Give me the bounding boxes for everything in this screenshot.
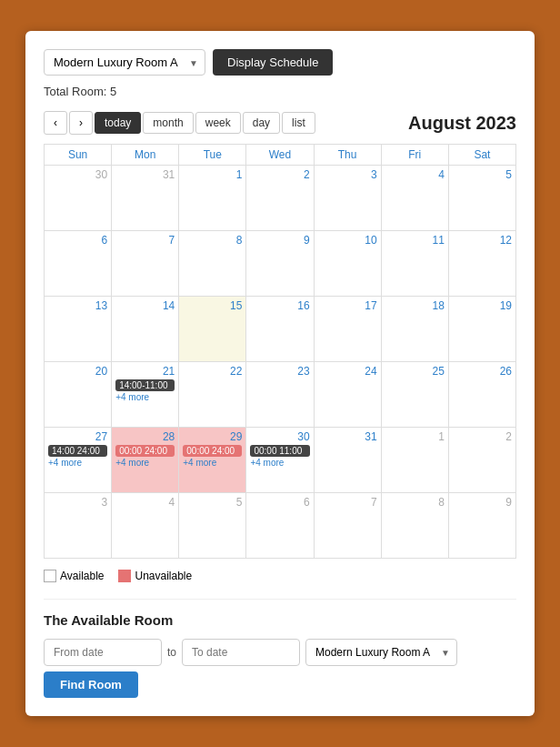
day-number: 6 xyxy=(250,496,309,509)
table-row[interactable]: 2714:00 24:00+4 more xyxy=(45,428,112,493)
col-thu: Thu xyxy=(314,145,381,166)
available-section-title: The Available Room xyxy=(44,612,516,628)
unavailable-label: Unavailable xyxy=(135,570,192,582)
table-row[interactable]: 17 xyxy=(314,297,381,362)
table-row[interactable]: 8 xyxy=(381,493,448,559)
event-tag[interactable]: 00:00 11:00 xyxy=(250,445,309,457)
day-number: 9 xyxy=(250,234,309,247)
table-row[interactable]: 2 xyxy=(448,428,515,493)
table-row[interactable]: 3 xyxy=(314,166,381,231)
table-row[interactable]: 3 xyxy=(45,493,112,559)
table-row[interactable]: 7 xyxy=(112,231,179,297)
table-row[interactable]: 20 xyxy=(45,362,112,428)
day-number: 5 xyxy=(183,496,242,509)
table-row[interactable]: 26 xyxy=(448,362,515,428)
table-row[interactable]: 7 xyxy=(314,493,381,559)
day-number: 18 xyxy=(385,299,445,312)
table-row[interactable]: 24 xyxy=(314,362,381,428)
tab-today[interactable]: today xyxy=(95,112,141,134)
col-sun: Sun xyxy=(45,145,112,166)
table-row[interactable]: 14 xyxy=(112,297,179,362)
table-row[interactable]: 11 xyxy=(381,231,448,297)
event-tag[interactable]: +4 more xyxy=(48,458,107,468)
day-number: 5 xyxy=(453,168,512,181)
find-room-button[interactable]: Find Room xyxy=(44,671,138,698)
day-number: 7 xyxy=(318,496,377,509)
event-tag[interactable]: 14:00 24:00 xyxy=(48,445,107,457)
table-row[interactable]: 2 xyxy=(246,166,314,231)
day-number: 24 xyxy=(318,365,377,378)
table-row[interactable]: 12 xyxy=(448,231,515,297)
event-tag[interactable]: +4 more xyxy=(250,458,309,468)
day-number: 15 xyxy=(183,299,242,312)
table-row[interactable]: 19 xyxy=(448,297,515,362)
day-number: 28 xyxy=(115,430,175,443)
cal-nav-left: ‹ › today month week day list xyxy=(44,111,315,135)
table-row[interactable]: 16 xyxy=(246,297,314,362)
table-row[interactable]: 4 xyxy=(112,493,179,559)
day-number: 20 xyxy=(48,365,107,378)
event-tag[interactable]: 00:00 24:00 xyxy=(115,445,175,457)
day-number: 17 xyxy=(318,299,377,312)
table-row[interactable]: 8 xyxy=(179,231,246,297)
table-row[interactable]: 31 xyxy=(314,428,381,493)
tab-list[interactable]: list xyxy=(282,112,315,134)
table-row[interactable]: 1 xyxy=(179,166,246,231)
table-row[interactable]: 5 xyxy=(179,493,246,559)
col-mon: Mon xyxy=(112,145,179,166)
table-row[interactable]: 2800:00 24:00+4 more xyxy=(112,428,179,493)
to-label: to xyxy=(167,646,176,659)
calendar-nav: ‹ › today month week day list August 202… xyxy=(44,111,516,135)
table-row[interactable]: 5 xyxy=(448,166,515,231)
display-schedule-button[interactable]: Display Schedule xyxy=(213,49,333,76)
table-row[interactable]: 1 xyxy=(381,428,448,493)
event-tag[interactable]: 00:00 24:00 xyxy=(183,445,242,457)
header-row: Modern Luxury Room A Modern Luxury Room … xyxy=(44,49,516,76)
table-row[interactable]: 9 xyxy=(448,493,515,559)
tab-day[interactable]: day xyxy=(243,112,280,134)
calendar-table: Sun Mon Tue Wed Thu Fri Sat 303112345678… xyxy=(44,144,516,559)
table-row[interactable]: 18 xyxy=(381,297,448,362)
find-room-select[interactable]: Modern Luxury Room A Modern Luxury Room … xyxy=(305,639,457,666)
table-row[interactable]: 6 xyxy=(45,231,112,297)
day-number: 29 xyxy=(183,430,242,443)
table-row[interactable]: 22 xyxy=(179,362,246,428)
tab-week[interactable]: week xyxy=(195,112,241,134)
table-row[interactable]: 2900:00 24:00+4 more xyxy=(179,428,246,493)
table-row[interactable]: 30 xyxy=(45,166,112,231)
table-row[interactable]: 6 xyxy=(246,493,314,559)
table-row[interactable]: 9 xyxy=(246,231,314,297)
event-tag[interactable]: 14:00-11:00 xyxy=(115,379,175,391)
tab-month[interactable]: month xyxy=(143,112,193,134)
day-number: 14 xyxy=(115,299,175,312)
total-room-label: Total Room: 5 xyxy=(44,85,516,98)
from-date-input[interactable] xyxy=(44,639,162,666)
event-tag[interactable]: +4 more xyxy=(115,392,175,402)
table-row[interactable]: 25 xyxy=(381,362,448,428)
day-number: 1 xyxy=(183,168,242,181)
table-row[interactable]: 2114:00-11:00+4 more xyxy=(112,362,179,428)
to-date-input[interactable] xyxy=(182,639,300,666)
event-tag[interactable]: +4 more xyxy=(183,458,242,468)
day-number: 3 xyxy=(48,496,107,509)
find-room-select-wrap: Modern Luxury Room A Modern Luxury Room … xyxy=(305,639,457,666)
table-row[interactable]: 23 xyxy=(246,362,314,428)
room-select[interactable]: Modern Luxury Room A Modern Luxury Room … xyxy=(44,49,205,76)
day-number: 1 xyxy=(385,430,445,443)
next-button[interactable]: › xyxy=(69,111,93,135)
table-row[interactable]: 3000:00 11:00+4 more xyxy=(246,428,314,493)
day-number: 21 xyxy=(115,365,175,378)
day-number: 4 xyxy=(385,168,445,181)
prev-button[interactable]: ‹ xyxy=(44,111,67,135)
table-row[interactable]: 31 xyxy=(112,166,179,231)
day-number: 27 xyxy=(48,430,107,443)
day-number: 16 xyxy=(250,299,309,312)
table-row[interactable]: 4 xyxy=(381,166,448,231)
day-number: 31 xyxy=(318,430,377,443)
day-number: 25 xyxy=(385,365,445,378)
table-row[interactable]: 10 xyxy=(314,231,381,297)
table-row[interactable]: 15 xyxy=(179,297,246,362)
event-tag[interactable]: +4 more xyxy=(115,458,175,468)
legend-unavailable: Unavailable xyxy=(118,570,192,582)
table-row[interactable]: 13 xyxy=(45,297,112,362)
